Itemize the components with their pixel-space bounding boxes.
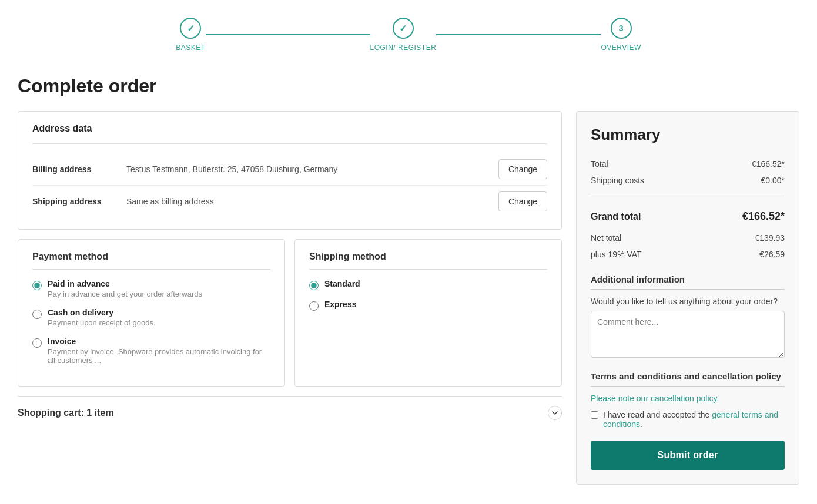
summary-vat-row: plus 19% VAT €26.59 (591, 246, 785, 263)
summary-grand-total-value: €166.52* (742, 210, 785, 223)
shipping-express-text: Express (324, 300, 356, 309)
summary-title: Summary (591, 126, 785, 144)
terms-divider (591, 386, 785, 387)
shipping-option-express: Express (309, 300, 547, 311)
address-card-title: Address data (32, 123, 547, 134)
step-circle-overview: 3 (611, 18, 632, 39)
billing-address-row: Billing address Testus Testmann, Butlers… (32, 153, 547, 185)
shipping-standard-label: Standard (324, 279, 360, 288)
shipping-change-button[interactable]: Change (498, 191, 547, 211)
payment-option-invoice: Invoice Payment by invoice. Shopware pro… (32, 337, 270, 365)
payment-radio-cod[interactable] (32, 310, 42, 319)
summary-vat-label: plus 19% VAT (591, 250, 642, 259)
shipping-address-row: Shipping address Same as billing address… (32, 185, 547, 217)
terms-section: Terms and conditions and cancellation po… (591, 371, 785, 429)
summary-net-value: €139.93 (755, 233, 785, 243)
terms-checkbox-label: I have read and accepted the general ter… (603, 410, 785, 429)
shipping-radio-express[interactable] (309, 301, 319, 311)
shipping-standard-text: Standard (324, 279, 360, 288)
address-divider (32, 143, 547, 144)
shipping-radio-standard[interactable] (309, 281, 319, 290)
shopping-cart-row: Shopping cart: 1 item (18, 396, 562, 429)
payment-advance-desc: Pay in advance and get your order afterw… (48, 290, 202, 298)
shipping-express-label: Express (324, 300, 356, 309)
payment-option-cod: Cash on delivery Payment upon receipt of… (32, 308, 270, 327)
payment-advance-text: Paid in advance Pay in advance and get y… (48, 279, 202, 298)
comment-textarea[interactable] (591, 311, 785, 358)
shipping-value: Same as billing address (126, 197, 498, 206)
shopping-cart-expand-button[interactable] (548, 406, 562, 420)
summary-grand-total-label: Grand total (591, 211, 641, 222)
summary-grand-total-row: Grand total €166.52* (591, 203, 785, 230)
progress-step-login: ✓ LOGIN/ REGISTER (370, 18, 437, 52)
terms-title: Terms and conditions and cancellation po… (591, 371, 785, 381)
summary-card: Summary Total €166.52* Shipping costs €0… (576, 111, 799, 485)
billing-value: Testus Testmann, Butlerstr. 25, 47058 Du… (126, 164, 498, 174)
summary-shipping-row: Shipping costs €0.00* (591, 172, 785, 189)
payment-title: Payment method (32, 251, 270, 262)
page-title: Complete order (18, 75, 799, 97)
chevron-down-icon (551, 409, 558, 416)
additional-info-title: Additional information (591, 274, 785, 284)
address-card: Address data Billing address Testus Test… (18, 111, 562, 230)
left-column: Address data Billing address Testus Test… (18, 111, 562, 429)
terms-checkbox[interactable] (591, 411, 598, 419)
summary-vat-value: €26.59 (759, 250, 785, 259)
general-terms-link[interactable]: general terms and conditions (603, 410, 778, 429)
progress-bar: ✓ BASKET ✓ LOGIN/ REGISTER 3 OVERVIEW (18, 12, 799, 52)
payment-invoice-text: Invoice Payment by invoice. Shopware pro… (48, 337, 270, 365)
summary-shipping-label: Shipping costs (591, 176, 644, 185)
shipping-title: Shipping method (309, 251, 547, 262)
payment-cod-desc: Payment upon receipt of goods. (48, 318, 156, 327)
summary-net-row: Net total €139.93 (591, 230, 785, 246)
shipping-card: Shipping method Standard Express (294, 239, 562, 387)
summary-net-label: Net total (591, 233, 621, 243)
billing-label: Billing address (32, 164, 126, 174)
payment-invoice-desc: Payment by invoice. Shopware provides au… (48, 347, 270, 365)
shipping-label: Shipping address (32, 197, 126, 206)
step-label-basket: BASKET (176, 43, 205, 52)
cancellation-policy-link[interactable]: Please note our cancellation policy. (591, 394, 719, 403)
terms-checkbox-row: I have read and accepted the general ter… (591, 410, 785, 429)
payment-radio-invoice[interactable] (32, 338, 42, 348)
step-line-1 (206, 34, 370, 35)
additional-question: Would you like to tell us anything about… (591, 297, 785, 306)
payment-divider (32, 269, 270, 270)
additional-divider (591, 289, 785, 290)
payment-cod-label: Cash on delivery (48, 308, 156, 317)
submit-order-button[interactable]: Submit order (591, 441, 785, 470)
summary-shipping-value: €0.00* (761, 176, 785, 185)
payment-invoice-label: Invoice (48, 337, 270, 346)
basket-check-icon: ✓ (187, 23, 195, 34)
shipping-option-standard: Standard (309, 279, 547, 290)
progress-step-overview: 3 OVERVIEW (601, 18, 641, 52)
main-layout: Address data Billing address Testus Test… (18, 111, 799, 485)
step-line-2 (436, 34, 601, 35)
step-label-overview: OVERVIEW (601, 43, 641, 52)
right-column: Summary Total €166.52* Shipping costs €0… (576, 111, 799, 485)
step-label-login: LOGIN/ REGISTER (370, 43, 437, 52)
billing-change-button[interactable]: Change (498, 159, 547, 179)
login-check-icon: ✓ (399, 23, 407, 34)
method-section: Payment method Paid in advance Pay in ad… (18, 239, 562, 387)
step-circle-login: ✓ (393, 18, 414, 39)
summary-total-row: Total €166.52* (591, 156, 785, 172)
shopping-cart-label: Shopping cart: 1 item (18, 408, 114, 418)
summary-total-label: Total (591, 159, 608, 169)
payment-option-advance: Paid in advance Pay in advance and get y… (32, 279, 270, 298)
overview-number: 3 (619, 23, 624, 33)
summary-divider-1 (591, 196, 785, 196)
additional-info-section: Additional information Would you like to… (591, 274, 785, 359)
summary-total-value: €166.52* (752, 159, 785, 169)
payment-card: Payment method Paid in advance Pay in ad… (18, 239, 285, 387)
payment-cod-text: Cash on delivery Payment upon receipt of… (48, 308, 156, 327)
progress-step-basket: ✓ BASKET (176, 18, 205, 52)
step-circle-basket: ✓ (180, 18, 201, 39)
payment-radio-advance[interactable] (32, 281, 42, 290)
shipping-divider (309, 269, 547, 270)
payment-advance-label: Paid in advance (48, 279, 202, 288)
